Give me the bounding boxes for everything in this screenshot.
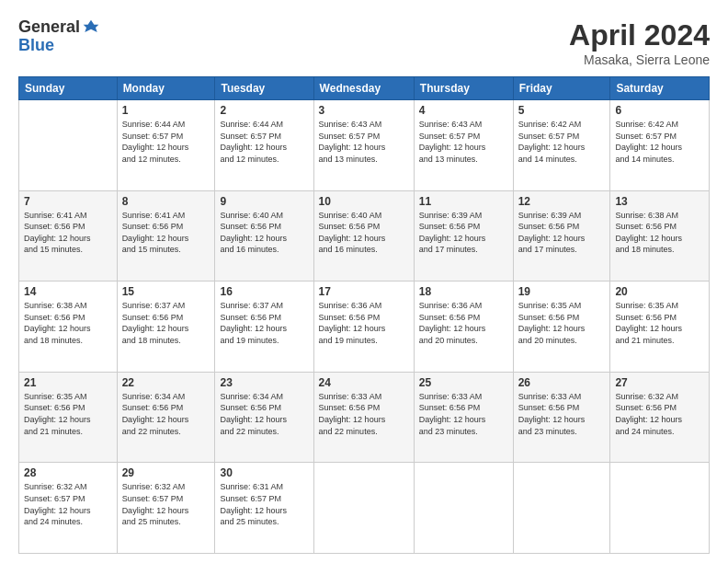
- month-title: April 2024: [569, 18, 710, 52]
- day-info: Sunrise: 6:33 AM Sunset: 6:56 PM Dayligh…: [319, 391, 409, 437]
- table-row: 15Sunrise: 6:37 AM Sunset: 6:56 PM Dayli…: [117, 282, 215, 373]
- day-number: 14: [24, 285, 112, 298]
- day-number: 8: [122, 195, 210, 208]
- day-info: Sunrise: 6:37 AM Sunset: 6:56 PM Dayligh…: [220, 300, 308, 346]
- day-number: 18: [419, 285, 508, 298]
- header-wednesday: Wednesday: [313, 77, 414, 100]
- header-saturday: Saturday: [610, 77, 710, 100]
- day-number: 20: [615, 285, 704, 298]
- table-row: 18Sunrise: 6:36 AM Sunset: 6:56 PM Dayli…: [414, 282, 513, 373]
- day-number: 4: [419, 104, 508, 117]
- table-row: 12Sunrise: 6:39 AM Sunset: 6:56 PM Dayli…: [513, 190, 610, 282]
- logo-icon: [82, 18, 100, 37]
- table-row: 22Sunrise: 6:34 AM Sunset: 6:56 PM Dayli…: [117, 372, 215, 463]
- day-info: Sunrise: 6:44 AM Sunset: 6:57 PM Dayligh…: [220, 119, 308, 165]
- day-info: Sunrise: 6:38 AM Sunset: 6:56 PM Dayligh…: [615, 210, 704, 256]
- day-number: 9: [220, 195, 308, 208]
- day-info: Sunrise: 6:33 AM Sunset: 6:56 PM Dayligh…: [518, 391, 606, 437]
- day-number: 24: [319, 376, 409, 389]
- location-subtitle: Masaka, Sierra Leone: [569, 52, 710, 67]
- day-number: 19: [518, 285, 606, 298]
- day-info: Sunrise: 6:34 AM Sunset: 6:56 PM Dayligh…: [220, 391, 308, 437]
- header-thursday: Thursday: [414, 77, 513, 100]
- day-number: 6: [615, 104, 704, 117]
- day-info: Sunrise: 6:31 AM Sunset: 6:57 PM Dayligh…: [220, 481, 308, 527]
- day-number: 5: [518, 104, 606, 117]
- table-row: 14Sunrise: 6:38 AM Sunset: 6:56 PM Dayli…: [19, 282, 118, 373]
- table-row: 9Sunrise: 6:40 AM Sunset: 6:56 PM Daylig…: [215, 190, 313, 282]
- day-info: Sunrise: 6:34 AM Sunset: 6:56 PM Dayligh…: [122, 391, 210, 437]
- table-row: [513, 463, 610, 554]
- table-row: 1Sunrise: 6:44 AM Sunset: 6:57 PM Daylig…: [117, 100, 215, 191]
- day-number: 1: [122, 104, 210, 117]
- page: General Blue April 2024 Masaka, Sierra L…: [0, 0, 728, 563]
- day-number: 15: [122, 285, 210, 298]
- day-info: Sunrise: 6:35 AM Sunset: 6:56 PM Dayligh…: [518, 300, 606, 346]
- table-row: [19, 100, 118, 191]
- day-number: 29: [122, 466, 210, 479]
- logo: General Blue: [18, 18, 100, 55]
- table-row: 20Sunrise: 6:35 AM Sunset: 6:56 PM Dayli…: [610, 282, 710, 373]
- header-row: Sunday Monday Tuesday Wednesday Thursday…: [19, 77, 710, 100]
- day-info: Sunrise: 6:40 AM Sunset: 6:56 PM Dayligh…: [220, 210, 308, 256]
- day-number: 27: [615, 376, 704, 389]
- table-row: 6Sunrise: 6:42 AM Sunset: 6:57 PM Daylig…: [610, 100, 710, 191]
- day-number: 21: [24, 376, 112, 389]
- table-row: 2Sunrise: 6:44 AM Sunset: 6:57 PM Daylig…: [215, 100, 313, 191]
- day-info: Sunrise: 6:38 AM Sunset: 6:56 PM Dayligh…: [24, 300, 112, 346]
- table-row: 21Sunrise: 6:35 AM Sunset: 6:56 PM Dayli…: [19, 372, 118, 463]
- day-number: 10: [319, 195, 409, 208]
- day-number: 13: [615, 195, 704, 208]
- day-number: 23: [220, 376, 308, 389]
- logo-blue: Blue: [18, 37, 100, 55]
- header-sunday: Sunday: [19, 77, 118, 100]
- day-number: 22: [122, 376, 210, 389]
- table-row: 25Sunrise: 6:33 AM Sunset: 6:56 PM Dayli…: [414, 372, 513, 463]
- day-info: Sunrise: 6:36 AM Sunset: 6:56 PM Dayligh…: [419, 300, 508, 346]
- table-row: 8Sunrise: 6:41 AM Sunset: 6:56 PM Daylig…: [117, 190, 215, 282]
- day-number: 2: [220, 104, 308, 117]
- logo-text: General Blue: [18, 18, 100, 55]
- day-info: Sunrise: 6:35 AM Sunset: 6:56 PM Dayligh…: [615, 300, 704, 346]
- day-number: 17: [319, 285, 409, 298]
- day-info: Sunrise: 6:39 AM Sunset: 6:56 PM Dayligh…: [518, 210, 606, 256]
- table-row: 5Sunrise: 6:42 AM Sunset: 6:57 PM Daylig…: [513, 100, 610, 191]
- table-row: 27Sunrise: 6:32 AM Sunset: 6:56 PM Dayli…: [610, 372, 710, 463]
- table-row: 19Sunrise: 6:35 AM Sunset: 6:56 PM Dayli…: [513, 282, 610, 373]
- day-info: Sunrise: 6:41 AM Sunset: 6:56 PM Dayligh…: [122, 210, 210, 256]
- day-info: Sunrise: 6:40 AM Sunset: 6:56 PM Dayligh…: [319, 210, 409, 256]
- calendar-week-5: 28Sunrise: 6:32 AM Sunset: 6:57 PM Dayli…: [19, 463, 710, 554]
- header-tuesday: Tuesday: [215, 77, 313, 100]
- day-info: Sunrise: 6:42 AM Sunset: 6:57 PM Dayligh…: [615, 119, 704, 165]
- day-number: 28: [24, 466, 112, 479]
- calendar-week-1: 1Sunrise: 6:44 AM Sunset: 6:57 PM Daylig…: [19, 100, 710, 191]
- day-info: Sunrise: 6:32 AM Sunset: 6:57 PM Dayligh…: [24, 481, 112, 527]
- logo-general: General: [18, 18, 80, 37]
- day-info: Sunrise: 6:37 AM Sunset: 6:56 PM Dayligh…: [122, 300, 210, 346]
- table-row: 4Sunrise: 6:43 AM Sunset: 6:57 PM Daylig…: [414, 100, 513, 191]
- table-row: [610, 463, 710, 554]
- day-info: Sunrise: 6:32 AM Sunset: 6:57 PM Dayligh…: [122, 481, 210, 527]
- day-info: Sunrise: 6:33 AM Sunset: 6:56 PM Dayligh…: [419, 391, 508, 437]
- table-row: 10Sunrise: 6:40 AM Sunset: 6:56 PM Dayli…: [313, 190, 414, 282]
- title-area: April 2024 Masaka, Sierra Leone: [569, 18, 710, 67]
- day-info: Sunrise: 6:42 AM Sunset: 6:57 PM Dayligh…: [518, 119, 606, 165]
- calendar-table: Sunday Monday Tuesday Wednesday Thursday…: [18, 76, 710, 554]
- day-info: Sunrise: 6:43 AM Sunset: 6:57 PM Dayligh…: [419, 119, 508, 165]
- table-row: 26Sunrise: 6:33 AM Sunset: 6:56 PM Dayli…: [513, 372, 610, 463]
- day-info: Sunrise: 6:36 AM Sunset: 6:56 PM Dayligh…: [319, 300, 409, 346]
- day-number: 26: [518, 376, 606, 389]
- table-row: 11Sunrise: 6:39 AM Sunset: 6:56 PM Dayli…: [414, 190, 513, 282]
- table-row: [313, 463, 414, 554]
- table-row: 7Sunrise: 6:41 AM Sunset: 6:56 PM Daylig…: [19, 190, 118, 282]
- table-row: 3Sunrise: 6:43 AM Sunset: 6:57 PM Daylig…: [313, 100, 414, 191]
- table-row: 28Sunrise: 6:32 AM Sunset: 6:57 PM Dayli…: [19, 463, 118, 554]
- table-row: 29Sunrise: 6:32 AM Sunset: 6:57 PM Dayli…: [117, 463, 215, 554]
- table-row: 23Sunrise: 6:34 AM Sunset: 6:56 PM Dayli…: [215, 372, 313, 463]
- calendar-week-3: 14Sunrise: 6:38 AM Sunset: 6:56 PM Dayli…: [19, 282, 710, 373]
- calendar-week-2: 7Sunrise: 6:41 AM Sunset: 6:56 PM Daylig…: [19, 190, 710, 282]
- day-number: 7: [24, 195, 112, 208]
- table-row: 17Sunrise: 6:36 AM Sunset: 6:56 PM Dayli…: [313, 282, 414, 373]
- header: General Blue April 2024 Masaka, Sierra L…: [18, 18, 710, 67]
- day-number: 3: [319, 104, 409, 117]
